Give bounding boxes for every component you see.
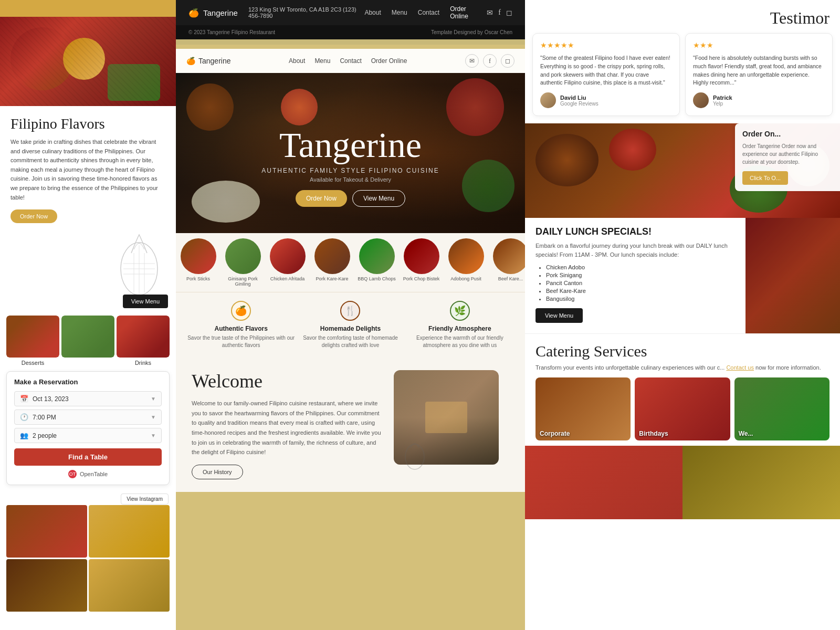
food-label-4: Pork Kare-Kare	[310, 276, 354, 281]
nav-order-online[interactable]: Order Online	[450, 5, 471, 20]
instagram-icon[interactable]: ◻	[506, 8, 512, 17]
reservation-section: Make a Reservation 📅 Oct 13, 2023 ▼ 🕐 7:…	[0, 371, 176, 485]
hero-text-content: Tangerine AUTHENTIC FAMILY STYLE FILIPIN…	[211, 127, 490, 207]
desserts-thumb	[6, 316, 59, 358]
contact-us-link[interactable]: Contact us	[726, 364, 754, 371]
website-nav-icons: ✉ f ◻	[465, 54, 514, 68]
view-menu-button-left[interactable]: View Menu	[123, 295, 168, 308]
food-img-3	[270, 238, 306, 274]
food-label-1: Pork Sticks	[176, 276, 220, 281]
clock-icon: 🕐	[20, 413, 28, 421]
food-label-5: BBQ Lamb Chops	[354, 276, 399, 281]
food-label-7: Adobong Pusit	[444, 276, 488, 281]
lunch-specials-section: DAILY LUNCH SPECIALS! Embark on a flavor…	[525, 218, 746, 333]
welcome-text: Welcome Welcome to our family-owned Fili…	[192, 370, 383, 479]
website-navbar: 🍊 Tangerine About Menu Contact Order Onl…	[176, 49, 525, 73]
food-img-1	[181, 238, 216, 274]
opentable-logo: OT OpenTable	[14, 470, 162, 478]
food-label-8: Beef Kare...	[488, 276, 525, 281]
food-item-2: Ginisang Pork Giniling	[220, 238, 265, 287]
email-icon[interactable]: ✉	[487, 8, 493, 17]
center-panel: 🍊 Tangerine 123 King St W Toronto, CA A1…	[176, 0, 525, 630]
click-to-order-button[interactable]: Click To O...	[742, 171, 788, 185]
dish-thumb	[61, 316, 114, 358]
view-instagram-button[interactable]: View Instagram	[121, 494, 169, 505]
food-img-4	[314, 238, 350, 274]
hero-subtitle: AUTHENTIC FAMILY STYLE FILIPINO CUISINE	[211, 167, 490, 174]
guests-field[interactable]: 👥 2 people ▼	[14, 428, 162, 443]
author-source-2: Yelp	[713, 101, 732, 107]
desserts-label: Desserts	[22, 360, 44, 368]
homemade-icon: 🍴	[340, 301, 360, 321]
testimonials-header: Testimor	[525, 0, 840, 33]
atmosphere-desc: Experience the warmth of our friendly at…	[405, 334, 514, 349]
website-nav-menu[interactable]: Menu	[314, 57, 330, 65]
top-accent-bar	[0, 0, 176, 17]
food-gallery	[0, 316, 176, 358]
our-history-button[interactable]: Our History	[192, 465, 243, 479]
authentic-icon: 🍊	[231, 301, 251, 321]
drinks-thumb	[117, 316, 170, 358]
date-field[interactable]: 📅 Oct 13, 2023 ▼	[14, 391, 162, 406]
welcome-description: Welcome to our family-owned Filipino cui…	[192, 398, 383, 457]
website-nav-order[interactable]: Order Online	[371, 57, 407, 65]
catering-desc-text: Transform your events into unforgettable…	[536, 364, 726, 371]
website-brand: 🍊 Tangerine	[186, 57, 231, 65]
order-panel: Order On... Order Tangerine Order now an…	[735, 123, 840, 191]
time-field[interactable]: 🕐 7:00 PM ▼	[14, 410, 162, 425]
stars-2: ★★★	[693, 41, 825, 50]
find-table-button[interactable]: Find a Table	[14, 448, 162, 466]
pineapple-icon	[108, 229, 171, 303]
nav-contact[interactable]: Contact	[418, 9, 439, 16]
lunch-specials-list: Chicken Adobo Pork Sinigang Pancit Canto…	[536, 264, 735, 302]
testimonial-text-1: "Some of the greatest Filipino food I ha…	[540, 54, 672, 87]
catering-birthdays: Birthdays	[635, 377, 730, 440]
author-avatar-1	[540, 92, 556, 108]
food-item-4: Pork Kare-Kare	[310, 238, 354, 287]
date-value: Oct 13, 2023	[33, 395, 151, 403]
hero-menu-button[interactable]: View Menu	[352, 190, 405, 207]
food-strip: Pork Sticks Ginisang Pork Giniling Chick…	[176, 233, 525, 292]
view-menu-button-right[interactable]: View Menu	[536, 308, 583, 323]
nav-address: 123 King St W Toronto, CA A1B 2C3 (123) …	[248, 6, 364, 19]
welcome-pineapple-icon	[399, 433, 430, 470]
center-spacer	[176, 39, 525, 45]
website-social-2[interactable]: f	[483, 54, 497, 68]
dropdown-arrow: ▼	[151, 396, 156, 402]
drinks-label: Drinks	[135, 360, 151, 368]
nav-brand: 🍊 Tangerine	[188, 8, 238, 18]
hero-tagline: Available for Takeout & Delivery	[211, 176, 490, 183]
catering-desc-post: now for more information.	[755, 364, 821, 371]
food-item-5: BBQ Lamb Chops	[354, 238, 399, 287]
nav-menu[interactable]: Menu	[392, 9, 407, 16]
right-panel: Testimor ★★★★★ "Some of the greatest Fil…	[525, 0, 840, 630]
opentable-text: OpenTable	[80, 471, 108, 477]
food-item-6: Pork Chop Bistek	[399, 238, 444, 287]
lunch-specials-desc: Embark on a flavorful journey during you…	[536, 242, 735, 259]
homemade-title: Homemade Delights	[296, 325, 405, 332]
svg-point-7	[405, 444, 424, 469]
footer-credit: Template Designed by Oscar Chen	[431, 29, 512, 35]
website-nav-about[interactable]: About	[289, 57, 305, 65]
website-nav-contact[interactable]: Contact	[340, 57, 361, 65]
brand-icon: 🍊	[188, 8, 199, 18]
feature-authentic: 🍊 Authentic Flavors Savor the true taste…	[186, 301, 296, 349]
website-social-3[interactable]: ◻	[501, 54, 514, 68]
hero-order-button[interactable]: Order Now	[296, 190, 347, 207]
welcome-section: Welcome Welcome to our family-owned Fili…	[176, 358, 525, 492]
welcome-image-area	[394, 370, 509, 465]
hero-food-4	[281, 89, 318, 125]
nav-brand-name: Tangerine	[203, 8, 238, 17]
nav-about[interactable]: About	[364, 9, 381, 16]
facebook-icon[interactable]: f	[498, 8, 501, 17]
guests-arrow: ▼	[151, 433, 156, 438]
right-food-section: Order On... Order Tangerine Order now an…	[525, 123, 840, 218]
footer-copyright: © 2023 Tangerine Filipino Restaurant	[188, 29, 275, 35]
nav-social-icons: ✉ f ◻	[487, 8, 512, 17]
website-social-1[interactable]: ✉	[465, 54, 479, 68]
food-img-2	[225, 238, 261, 274]
instagram-grid	[0, 490, 176, 612]
footer-bar: © 2023 Tangerine Filipino Restaurant Tem…	[176, 25, 525, 39]
food-img-6	[404, 238, 439, 274]
order-now-button[interactable]: Order Now	[10, 209, 57, 223]
